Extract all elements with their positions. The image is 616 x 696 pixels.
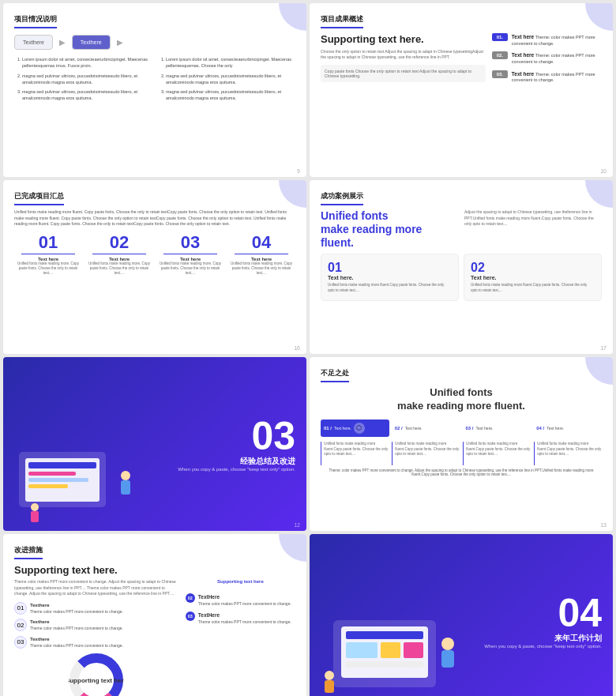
r-num: 03 [186,611,195,621]
list-icon: 03 [14,636,27,649]
bcol: Unified fonts make reading more fluent.C… [463,442,531,465]
card-num: 02 [471,261,595,275]
corner-decoration [279,3,306,31]
slide-4-cards: 01 Text here. Unified fonts make reading… [321,254,602,301]
big-num: 04 [227,234,295,251]
slide-2-desc: Choose the only option to retain text Ad… [321,49,486,60]
step-num: 01 / [324,426,332,431]
list-icon: 02 [14,619,27,631]
page-num-5: 12 [294,522,300,528]
section-sub-8: When you copy & paste, choose "keep text… [484,644,602,649]
bcol-bar [321,442,321,465]
bcol: Unified fonts make reading more fluent.C… [392,442,460,465]
bcol: Unified fonts make reading more fluent.C… [534,442,602,465]
list-item: Lorem ipsum dolor sit amet, consecteaeru… [22,56,152,70]
person2-head-8 [325,671,334,680]
slide-2-right: 01. Text here Theme: color makes PPT mor… [492,33,602,84]
supporting-title: Supporting text here. [321,33,486,46]
box-1: Texthere [14,35,53,50]
num-badge-3: 03. [492,70,508,78]
step-label: Text here. [405,426,423,431]
illustration [11,404,137,531]
num-col: 01 Text here Unified fonts make reading … [14,234,82,277]
bar-3 [28,478,88,482]
card: 02 Text here. Unified fonts make reading… [464,254,602,301]
card-num: 01 [328,261,452,275]
slide-7-left: Theme color makes PPT more convenient to… [14,579,179,696]
list-item: magna sed pulvinar ultrices, pucuedotsim… [166,88,295,102]
list-item-2: 03 Texthere Theme color makes PPT more c… [14,636,179,649]
slide-2: 项目成果概述 Supporting text here. Choose the … [310,3,613,177]
donut-chart: Supporting text here [69,653,124,696]
slide-6-title: 不足之处 [321,368,349,382]
list-item-1: 02 Texthere Theme color makes PPT more c… [14,619,179,632]
card-title: Text here. [328,275,452,280]
person-body-8 [441,650,454,668]
r-item: 03 TextHere Theme color makes PPT more c… [186,611,295,625]
person-head-8 [441,638,454,650]
step: 03 / Text here. [463,419,531,437]
section-sub: When you copy & paste, choose "keep text… [178,467,295,472]
list-item: magna sed pulvinar ultrices, pucuedotsim… [166,73,295,86]
num-col: 02 Text here Unified fonts make reading … [85,234,153,277]
slide-7-content: Theme color makes PPT more convenient to… [14,579,295,696]
num-title-1: Text here [512,34,534,40]
slide-4: 成功案例展示 Unified fonts make reading more f… [310,180,613,354]
section-title: 经验总结及改进 [178,456,295,467]
step-label: Text here. [476,426,494,431]
slide-2-left: Supporting text here. Choose the only op… [321,33,486,84]
num-divider [92,254,147,254]
unified-line1: Unified fonts [321,209,389,222]
bcol-text: Unified fonts make reading more fluent.C… [466,442,531,465]
slide-2-content: Supporting text here. Choose the only op… [321,33,602,84]
bottom-sub: Theme: color makes PPT more convenient t… [321,468,602,476]
r-label: TextHere [198,593,291,601]
step-num: 02 / [395,426,403,431]
card-desc: Unified fonts make reading more fluent.C… [471,283,595,294]
slide-7-litems: 01 Texthere Theme color makes PPT more c… [14,602,179,649]
list-icon: 01 [14,602,27,615]
slide-2-title: 项目成果概述 [321,14,363,28]
bar-1 [28,462,96,468]
page-num-6: 13 [600,522,607,528]
big-num: 03 [156,234,224,251]
step-num: 04 / [536,426,544,431]
bcol-text: Unified fonts make reading more fluent.C… [395,442,460,465]
list-item: magna sed pulvinar ultrices, pucuedotsim… [22,88,152,102]
widget-1 [346,642,377,658]
slide-8: 04 来年工作计划 When you copy & paste, choose … [310,534,613,696]
slide-1-title: 项目情况说明 [14,14,57,28]
slide-4-desc: Adjust the spacing to adapt to Chinese t… [464,209,602,249]
list-text: Texthere Theme color makes PPT more conv… [30,619,123,632]
page-num-3: 16 [294,345,300,351]
num-content-2: Text here Theme: color makes PPT more co… [512,51,602,65]
unified-title: Unified fonts make reading more fluent. [321,209,458,249]
bcol-text: Unified fonts make reading more fluent.C… [324,442,389,465]
card-desc: Unified fonts make reading more fluent.C… [328,283,452,294]
num-title-3: Text here [512,71,534,77]
unified-line2: make reading more fluent. [321,223,422,249]
person-head [121,471,130,480]
arrow-2: ▶ [117,35,123,50]
top-bar [346,631,423,639]
num-item-1: 01. Text here Theme: color makes PPT mor… [492,33,602,47]
num-divider [21,254,76,254]
num-desc: Unified fonts make reading more. Copy pa… [85,261,153,277]
bottom-bar [346,661,423,668]
person2-head [31,503,39,511]
step-num: 03 / [466,426,474,431]
num-badge-1: 01. [492,33,508,41]
slide-1-cols: Lorem ipsum dolor sit amet, consecteaeru… [14,56,295,105]
widget-2 [381,642,400,658]
r-item: 02 TextHere Theme color makes PPT more c… [186,593,295,607]
num-badge-2: 02. [492,51,508,59]
corner-decoration [279,534,306,562]
list-item: magna sed pulvinar ultrices, pucuedotsim… [22,73,152,86]
num-item-3: 03. Text here Theme: color makes PPT mor… [492,70,602,84]
num-desc: Unified fonts make reading more. Copy pa… [14,261,82,277]
slide-1: 项目情况说明 Texthere ▶ Texthere ▶ Lorem ipsum… [3,3,306,177]
corner-decoration [585,3,613,31]
num-divider [163,254,218,254]
slide-8-illustration [317,581,475,696]
slide-5: 03 经验总结及改进 When you copy & paste, choose… [3,357,306,531]
